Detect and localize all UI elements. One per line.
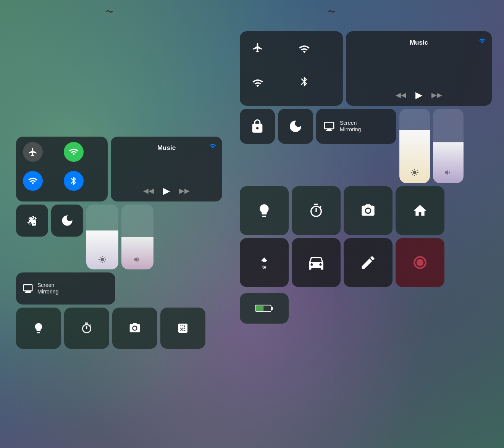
left-row-1: Music ◀◀ ▶ ▶▶ (16, 137, 222, 201)
left-bottom-row (16, 308, 222, 349)
right-play-button[interactable]: ▶ (415, 90, 422, 100)
right-volume-icon (444, 168, 452, 179)
right-camera-button[interactable] (344, 186, 393, 235)
right-row-4: tv (240, 238, 492, 287)
right-brightness-icon (410, 168, 419, 179)
right-screen-mirror-button[interactable]: ScreenMirroring (316, 109, 396, 144)
right-prev-button[interactable]: ◀◀ (396, 91, 406, 99)
right-music-title: Music (354, 39, 484, 47)
right-screen-record-button[interactable] (396, 238, 444, 287)
right-chevron-icon: 〜 (328, 7, 335, 17)
left-flashlight-button[interactable] (16, 308, 61, 349)
left-connectivity-tile[interactable] (16, 137, 108, 201)
right-battery-row (240, 290, 492, 324)
left-timer-button[interactable] (64, 308, 109, 349)
left-screen-mirror-label: ScreenMirroring (37, 282, 58, 295)
left-row-3: ScreenMirroring (16, 272, 222, 305)
svg-point-1 (133, 327, 137, 330)
left-play-button[interactable]: ▶ (163, 185, 170, 196)
left-music-controls: ◀◀ ▶ ▶▶ (118, 185, 215, 196)
right-connectivity-tile[interactable] (240, 31, 343, 106)
left-control-center: Music ◀◀ ▶ ▶▶ ⟲ (16, 137, 222, 349)
left-camera-button[interactable] (112, 308, 157, 349)
right-cellular-button[interactable] (293, 37, 315, 59)
left-brightness-icon (98, 255, 107, 266)
left-volume-slider[interactable] (121, 205, 153, 269)
right-row-1: Music ◀◀ ▶ ▶▶ (240, 31, 492, 106)
right-brightness-slider[interactable] (399, 109, 430, 183)
left-brightness-slider[interactable] (86, 205, 118, 269)
svg-rect-7 (271, 307, 273, 310)
right-music-controls: ◀◀ ▶ ▶▶ (354, 90, 484, 100)
svg-point-5 (417, 259, 423, 266)
right-home-button[interactable] (396, 186, 444, 235)
svg-rect-3 (263, 261, 266, 262)
svg-point-2 (366, 209, 370, 213)
left-airplane-button[interactable] (23, 142, 43, 162)
left-prev-button[interactable]: ◀◀ (143, 187, 154, 195)
left-screen-mirror-button[interactable]: ScreenMirroring (16, 272, 115, 305)
right-music-wifi-icon (479, 37, 486, 45)
right-next-button[interactable]: ▶▶ (431, 91, 442, 99)
right-music-tile[interactable]: Music ◀◀ ▶ ▶▶ (346, 31, 492, 106)
left-calculator-button[interactable] (160, 308, 205, 349)
left-rotation-lock-button[interactable]: ⟲ (16, 205, 48, 237)
right-battery-button[interactable] (240, 293, 289, 324)
right-flashlight-button[interactable] (240, 186, 289, 235)
right-do-not-disturb-button[interactable] (278, 109, 313, 144)
right-airplane-button[interactable] (247, 37, 269, 59)
appletv-label: tv (262, 264, 267, 270)
left-music-tile[interactable]: Music ◀◀ ▶ ▶▶ (111, 137, 222, 201)
right-carplay-button[interactable] (292, 238, 341, 287)
right-timer-button[interactable] (292, 186, 341, 235)
left-wifi-button[interactable] (23, 171, 43, 191)
left-next-button[interactable]: ▶▶ (179, 187, 190, 195)
right-row-3 (240, 186, 492, 235)
right-rotation-lock-button[interactable] (240, 109, 275, 144)
svg-text:⟲: ⟲ (27, 220, 32, 226)
right-volume-slider[interactable] (433, 109, 464, 183)
svg-rect-8 (256, 306, 263, 311)
right-row-2: ScreenMirroring (240, 109, 492, 183)
left-music-title: Music (118, 144, 215, 152)
left-bluetooth-button[interactable] (64, 171, 84, 191)
right-notes-button[interactable] (344, 238, 393, 287)
left-chevron-icon: 〜 (105, 7, 113, 17)
right-screen-mirror-label: ScreenMirroring (340, 120, 361, 133)
right-appletv-button[interactable]: tv (240, 238, 289, 287)
left-volume-icon (133, 255, 142, 266)
right-control-center: Music ◀◀ ▶ ▶▶ Screen (240, 31, 492, 324)
right-wifi-button[interactable] (247, 71, 269, 93)
left-row-2: ⟲ (16, 205, 222, 269)
left-do-not-disturb-button[interactable] (51, 205, 83, 237)
left-music-wifi-icon (209, 142, 216, 150)
left-cellular-button[interactable] (64, 142, 84, 162)
right-bluetooth-button[interactable] (293, 71, 315, 93)
